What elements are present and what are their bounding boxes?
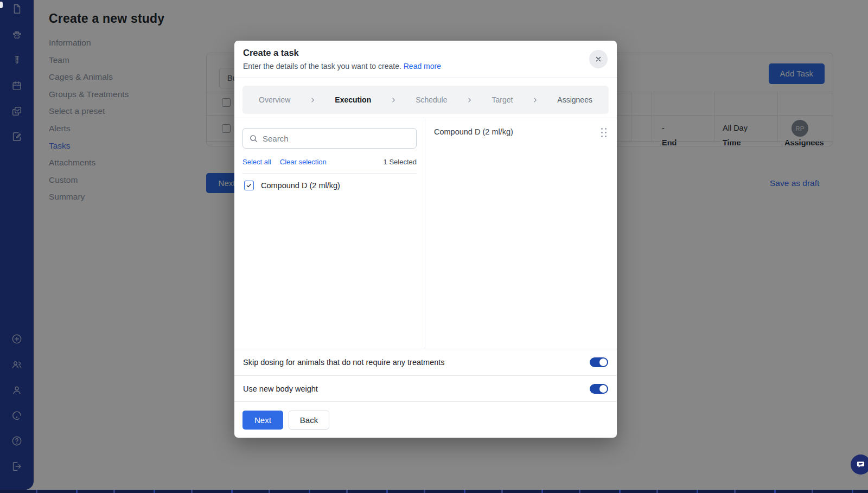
selected-treatment-row: Compound D (2 ml/kg) <box>434 126 608 140</box>
step-target[interactable]: Target <box>492 95 513 104</box>
app-root: Create a new study Information Team Cage… <box>0 0 868 493</box>
chevron-right-icon <box>390 97 397 104</box>
select-all-link[interactable]: Select all <box>242 158 271 166</box>
modal-subtitle: Enter the details of the task you want t… <box>243 62 608 71</box>
stepper: Overview Execution Schedule Target Assig… <box>242 86 609 114</box>
selected-treatments-panel: Compound D (2 ml/kg) <box>425 118 617 349</box>
treatment-checkbox-checked[interactable] <box>244 181 254 190</box>
close-icon <box>595 55 602 63</box>
chevron-right-icon <box>466 97 473 104</box>
next-button[interactable]: Next <box>242 411 283 430</box>
step-overview[interactable]: Overview <box>259 95 290 104</box>
chat-bubble-icon <box>856 459 866 470</box>
treatment-picker-panel: Select all Clear selection 1 Selected Co… <box>234 118 425 349</box>
selected-treatment-label: Compound D (2 ml/kg) <box>434 126 513 136</box>
bottom-strip <box>0 490 868 493</box>
modal-title: Create a task <box>243 48 608 58</box>
chevron-right-icon <box>309 97 316 104</box>
search-icon <box>249 134 258 143</box>
read-more-link[interactable]: Read more <box>404 62 441 71</box>
modal-footer: Next Back <box>234 401 617 438</box>
body-weight-label: Use new body weight <box>243 385 318 393</box>
selected-count: 1 Selected <box>384 158 417 166</box>
search-box <box>242 128 417 149</box>
modal-body: Select all Clear selection 1 Selected Co… <box>234 118 617 349</box>
treatment-label: Compound D (2 ml/kg) <box>261 181 340 190</box>
treatment-list-item[interactable]: Compound D (2 ml/kg) <box>242 174 417 190</box>
step-assignees[interactable]: Assignees <box>557 95 592 104</box>
drag-handle-icon[interactable] <box>600 126 608 140</box>
modal-header: Create a task Enter the details of the t… <box>234 41 617 78</box>
back-button[interactable]: Back <box>289 411 329 430</box>
modal-subtitle-text: Enter the details of the task you want t… <box>243 62 401 71</box>
skip-dosing-label: Skip dosing for animals that do not requ… <box>243 358 445 367</box>
skip-dosing-toggle-on[interactable] <box>590 357 608 367</box>
step-execution[interactable]: Execution <box>335 95 371 104</box>
body-weight-toggle-on[interactable] <box>590 384 608 394</box>
chat-widget-button[interactable] <box>851 454 868 475</box>
body-weight-row: Use new body weight <box>234 375 617 401</box>
close-button[interactable] <box>589 50 608 68</box>
edge-notch <box>0 2 3 8</box>
create-task-modal: Create a task Enter the details of the t… <box>234 41 617 438</box>
stepper-section: Overview Execution Schedule Target Assig… <box>234 78 617 118</box>
skip-dosing-row: Skip dosing for animals that do not requ… <box>234 349 617 375</box>
clear-selection-link[interactable]: Clear selection <box>280 158 327 166</box>
step-schedule[interactable]: Schedule <box>416 95 447 104</box>
selection-controls: Select all Clear selection 1 Selected <box>242 158 417 174</box>
chevron-right-icon <box>532 97 539 104</box>
search-input[interactable] <box>263 134 410 143</box>
